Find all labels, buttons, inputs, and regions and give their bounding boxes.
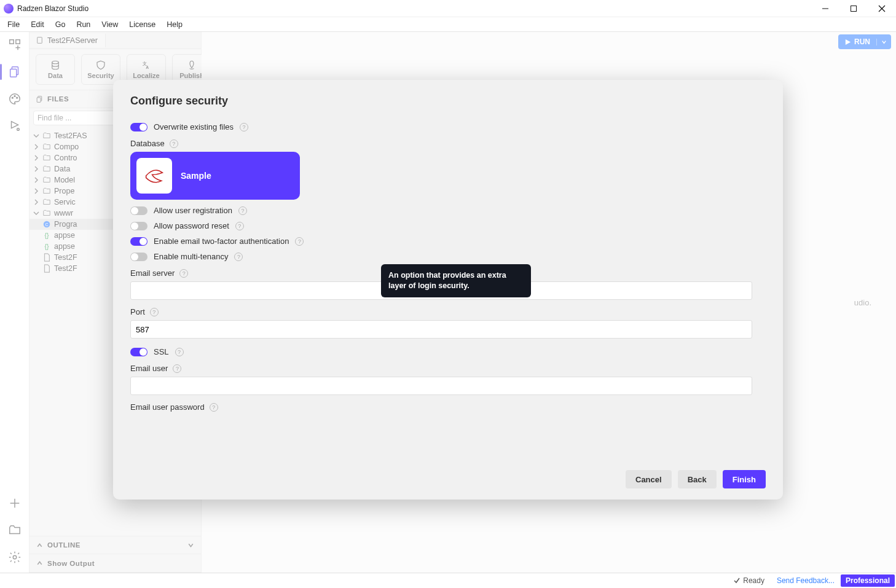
help-icon[interactable]: ?	[234, 253, 243, 261]
sqlserver-icon	[136, 158, 172, 194]
help-icon[interactable]: ?	[179, 269, 188, 278]
multi-tenancy-label: Enable multi-tenancy	[154, 252, 228, 261]
email-user-label: Email user	[130, 364, 168, 373]
database-card[interactable]: Sample	[130, 152, 300, 200]
ssl-toggle[interactable]	[130, 348, 147, 356]
help-icon[interactable]: ?	[210, 403, 218, 412]
dialog-footer: Cancel Back Finish	[130, 461, 766, 488]
cancel-button[interactable]: Cancel	[626, 470, 672, 488]
port-input[interactable]	[130, 320, 752, 339]
allow-password-reset-toggle[interactable]	[130, 222, 147, 230]
ssl-label: SSL	[154, 347, 169, 356]
help-icon[interactable]: ?	[238, 206, 247, 215]
enable-2fa-toggle[interactable]	[130, 237, 147, 246]
dialog-title: Configure security	[130, 95, 766, 108]
database-label: Database	[130, 139, 165, 148]
allow-registration-toggle[interactable]	[130, 206, 147, 215]
port-label: Port	[130, 307, 145, 316]
email-server-label: Email server	[130, 269, 175, 278]
dialog-overlay: Configure security Overwrite existing fi…	[0, 0, 896, 588]
back-button[interactable]: Back	[678, 470, 717, 488]
email-user-input[interactable]	[130, 377, 752, 395]
help-icon[interactable]: ?	[170, 139, 178, 148]
finish-button[interactable]: Finish	[723, 470, 766, 488]
help-icon[interactable]: ?	[240, 123, 248, 131]
help-icon[interactable]: ?	[150, 308, 159, 316]
enable-2fa-label: Enable email two-factor authentication	[154, 237, 289, 246]
enable-2fa-tooltip: An option that provides an extra layer o…	[381, 264, 531, 297]
help-icon[interactable]: ?	[173, 364, 181, 373]
allow-registration-label: Allow user registration	[154, 206, 232, 215]
help-icon[interactable]: ?	[295, 237, 304, 246]
multi-tenancy-toggle[interactable]	[130, 253, 147, 261]
database-name: Sample	[181, 171, 211, 181]
overwrite-label: Overwrite existing files	[154, 122, 234, 131]
email-password-label: Email user password	[130, 402, 205, 412]
help-icon[interactable]: ?	[175, 348, 184, 356]
configure-security-dialog: Configure security Overwrite existing fi…	[113, 80, 783, 500]
overwrite-toggle[interactable]	[130, 123, 147, 131]
help-icon[interactable]: ?	[235, 222, 244, 230]
allow-password-reset-label: Allow password reset	[154, 221, 229, 230]
